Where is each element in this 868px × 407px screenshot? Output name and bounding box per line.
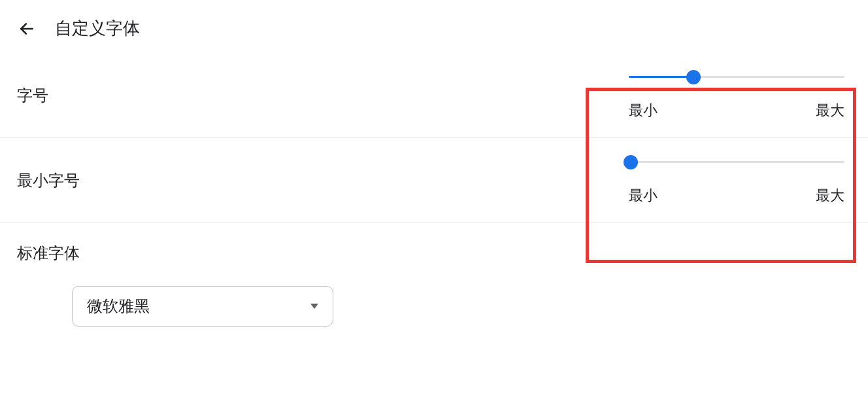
font-size-slider[interactable]	[629, 71, 844, 84]
min-font-size-slider-wrap: 最小 最大	[629, 156, 851, 205]
font-size-slider-wrap: 最小 最大	[629, 71, 851, 120]
standard-font-label: 标准字体	[17, 243, 851, 264]
min-font-size-slider[interactable]	[629, 156, 844, 169]
slider-max-label: 最大	[816, 186, 844, 205]
dropdown-selected-value: 微软雅黑	[87, 296, 150, 317]
back-arrow-icon[interactable]	[17, 19, 37, 39]
slider-thumb[interactable]	[686, 70, 701, 84]
slider-max-label: 最大	[816, 101, 844, 120]
slider-track-fill	[629, 76, 693, 78]
min-font-size-label: 最小字号	[17, 170, 80, 191]
slider-track-bg	[629, 161, 844, 163]
page-title: 自定义字体	[55, 17, 140, 40]
standard-font-section: 标准字体 微软雅黑	[0, 223, 868, 346]
slider-min-label: 最小	[629, 186, 658, 205]
chevron-down-icon	[310, 304, 318, 309]
slider-thumb[interactable]	[624, 155, 638, 169]
font-size-row: 字号 最小 最大	[0, 53, 868, 138]
slider-min-label: 最小	[629, 101, 658, 120]
font-size-label: 字号	[17, 85, 48, 106]
min-font-size-row: 最小字号 最小 最大	[0, 138, 868, 223]
standard-font-dropdown[interactable]: 微软雅黑	[72, 286, 333, 327]
